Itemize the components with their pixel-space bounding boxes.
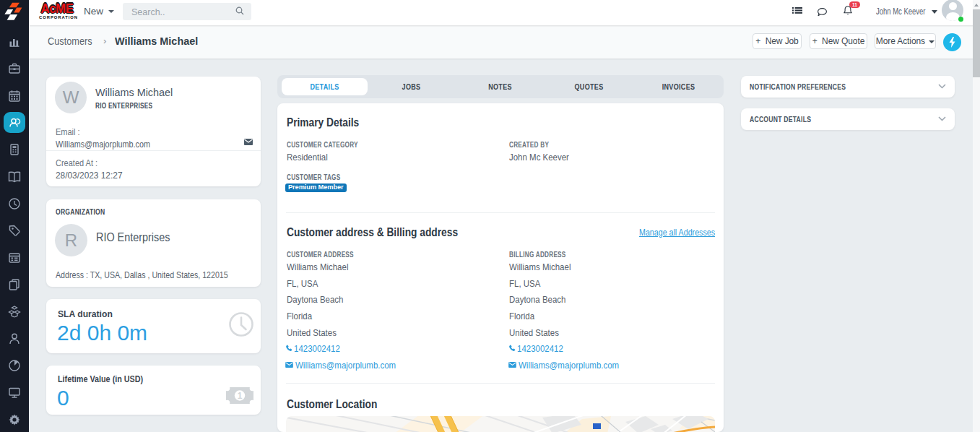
svg-text:1: 1 bbox=[238, 391, 243, 401]
